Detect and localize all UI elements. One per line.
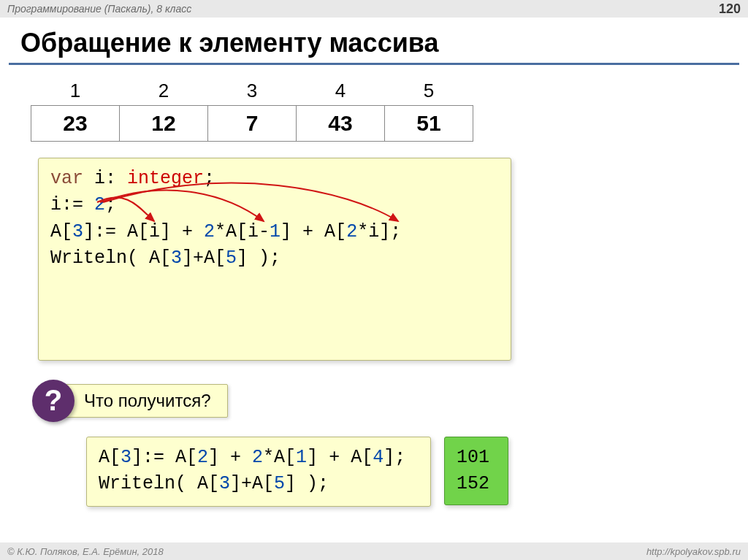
answer-value: 101 (457, 445, 496, 471)
array-cell: 43 (297, 106, 385, 142)
array-index: 4 (297, 77, 385, 106)
svg-rect-0 (112, 191, 477, 216)
solution-row: A[3]:= A[2] + 2*A[1] + A[4]; Writeln( A[… (86, 437, 748, 507)
footer-author: © К.Ю. Поляков, Е.А. Ерёмин, 2018 (7, 546, 164, 557)
answer-value: 152 (457, 471, 496, 497)
footer-url: http://kpolyakov.spb.ru (646, 546, 741, 557)
array-table: 1 2 3 4 5 23 12 7 43 51 (31, 77, 473, 142)
array-cell: 51 (385, 106, 473, 142)
code-block-1: var i: integer; i:= 2; A[3]:= A[i] + 2*A… (38, 158, 511, 361)
array-index: 2 (120, 77, 208, 106)
header-bar: Программирование (Паскаль), 8 класс 120 (0, 0, 748, 18)
array-index: 5 (385, 77, 473, 106)
footer-bar: © К.Ю. Поляков, Е.А. Ерёмин, 2018 http:/… (0, 542, 748, 560)
array-cell: 7 (208, 106, 297, 142)
array-index: 1 (31, 77, 120, 106)
code-block-2: A[3]:= A[2] + 2*A[1] + A[4]; Writeln( A[… (86, 437, 431, 507)
array-cell: 23 (31, 106, 120, 142)
array-index-row: 1 2 3 4 5 (31, 77, 473, 106)
array-cell: 12 (120, 106, 208, 142)
title-underline (9, 63, 739, 65)
page-title: Обращение к элементу массива (20, 28, 728, 58)
question-label: Что получится? (61, 384, 228, 418)
question-mark-icon: ? (32, 380, 75, 422)
page-number: 120 (719, 1, 741, 17)
answer-box: 101 152 (444, 437, 508, 506)
array-value-row: 23 12 7 43 51 (31, 106, 473, 142)
question-group: ? Что получится? (32, 384, 748, 418)
array-index: 3 (208, 77, 297, 106)
course-label: Программирование (Паскаль), 8 класс (7, 3, 191, 15)
